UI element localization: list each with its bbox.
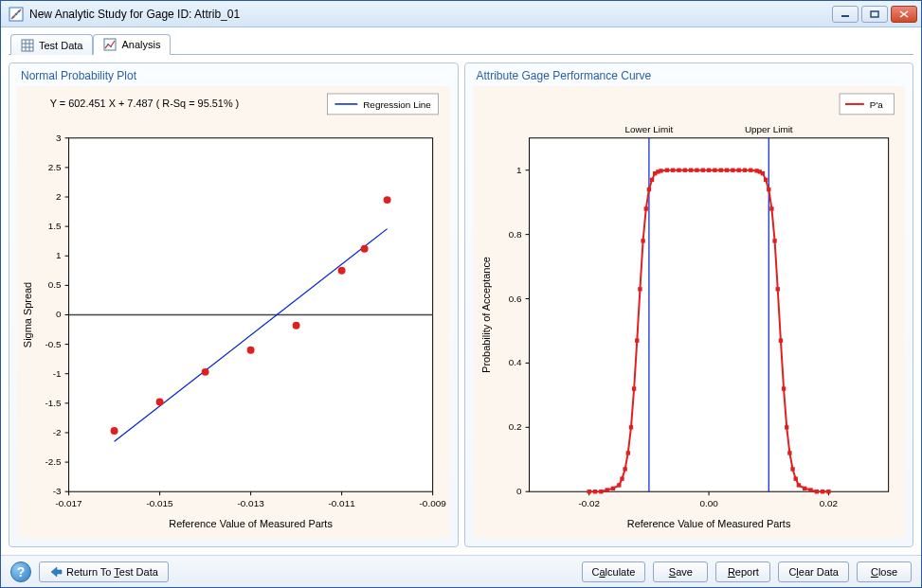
- svg-rect-110: [638, 287, 642, 291]
- svg-point-3: [15, 12, 18, 15]
- svg-rect-137: [767, 187, 770, 191]
- svg-text:-1: -1: [53, 368, 62, 379]
- svg-rect-152: [826, 490, 830, 493]
- clear-data-button[interactable]: Clear Data: [778, 561, 849, 582]
- svg-text:1: 1: [516, 165, 522, 175]
- svg-text:Regression Line: Regression Line: [363, 99, 431, 110]
- svg-rect-100: [599, 490, 603, 493]
- svg-rect-140: [775, 287, 779, 291]
- svg-point-67: [361, 245, 369, 253]
- svg-rect-149: [808, 488, 812, 491]
- svg-text:0.8: 0.8: [508, 229, 521, 240]
- svg-rect-123: [695, 169, 698, 172]
- svg-rect-142: [781, 386, 785, 390]
- tab-strip: Test Data Analysis: [1, 27, 921, 54]
- svg-rect-125: [706, 169, 710, 172]
- svg-rect-150: [814, 490, 818, 493]
- button-label: Return To Test Data: [66, 566, 158, 578]
- svg-text:-0.02: -0.02: [578, 498, 600, 508]
- svg-point-66: [338, 267, 346, 275]
- calculate-button[interactable]: Calculate: [582, 561, 646, 582]
- save-button[interactable]: Save: [653, 561, 708, 582]
- svg-text:-2.5: -2.5: [45, 456, 63, 467]
- svg-rect-151: [820, 490, 823, 493]
- svg-text:-1.5: -1.5: [45, 398, 63, 408]
- svg-rect-113: [646, 187, 650, 191]
- svg-rect-129: [731, 169, 734, 172]
- svg-text:-0.5: -0.5: [45, 339, 63, 349]
- svg-rect-6: [871, 11, 878, 17]
- svg-text:0.6: 0.6: [508, 293, 521, 303]
- svg-rect-99: [592, 490, 596, 493]
- svg-text:-3: -3: [53, 486, 62, 496]
- svg-text:3: 3: [56, 133, 62, 143]
- svg-text:2.5: 2.5: [48, 162, 62, 172]
- svg-text:-0.011: -0.011: [329, 498, 356, 508]
- svg-text:0: 0: [516, 486, 522, 496]
- tab-analysis[interactable]: Analysis: [93, 34, 171, 55]
- panel-title: Normal Probability Plot: [17, 67, 450, 86]
- svg-rect-104: [620, 476, 624, 480]
- button-label: Save: [669, 566, 693, 578]
- svg-rect-130: [736, 169, 740, 172]
- normal-probability-panel: Normal Probability Plot Y = 602.451 X + …: [9, 62, 459, 547]
- svg-rect-14: [104, 39, 116, 50]
- svg-text:-2: -2: [53, 427, 62, 437]
- svg-rect-102: [610, 487, 614, 490]
- svg-rect-131: [742, 169, 746, 172]
- svg-point-68: [384, 196, 391, 204]
- svg-text:Sigma Spread: Sigma Spread: [22, 282, 33, 347]
- window-title: New Analytic Study for Gage ID: Attrib_0…: [29, 8, 832, 21]
- minimize-button[interactable]: [832, 6, 859, 23]
- app-window: New Analytic Study for Gage ID: Attrib_0…: [0, 0, 922, 588]
- svg-text:Reference Value of Measured Pa: Reference Value of Measured Parts: [169, 518, 333, 529]
- close-button[interactable]: Close: [857, 561, 912, 582]
- tab-label: Analysis: [121, 39, 160, 50]
- svg-text:0.4: 0.4: [508, 357, 521, 367]
- svg-text:Lower Limit: Lower Limit: [624, 124, 673, 134]
- close-window-button[interactable]: [891, 6, 917, 23]
- svg-rect-148: [802, 487, 805, 490]
- client-area: Test Data Analysis Normal Probability Pl…: [1, 27, 921, 587]
- svg-rect-101: [605, 488, 608, 491]
- panels-container: Normal Probability Plot Y = 602.451 X + …: [1, 55, 921, 555]
- svg-rect-136: [763, 178, 767, 182]
- svg-rect-117: [659, 169, 662, 172]
- svg-rect-109: [635, 338, 639, 342]
- svg-text:0.2: 0.2: [508, 421, 521, 432]
- svg-text:-0.017: -0.017: [56, 498, 83, 508]
- button-label: Clear Data: [788, 566, 839, 578]
- svg-text:-0.015: -0.015: [147, 498, 174, 508]
- svg-rect-106: [625, 451, 629, 454]
- svg-point-65: [293, 322, 300, 330]
- button-label: Calculate: [592, 566, 636, 578]
- svg-point-16: [110, 45, 112, 47]
- svg-text:Upper Limit: Upper Limit: [744, 124, 792, 134]
- svg-rect-128: [724, 169, 728, 172]
- panel-title: Attribute Gage Performance Curve: [473, 67, 906, 86]
- svg-rect-103: [617, 483, 621, 487]
- report-button[interactable]: Report: [715, 561, 770, 582]
- svg-rect-126: [713, 169, 716, 172]
- svg-rect-127: [718, 169, 722, 172]
- svg-point-2: [12, 15, 15, 18]
- svg-rect-135: [760, 171, 764, 175]
- svg-rect-141: [778, 338, 782, 342]
- arrow-left-icon: [49, 565, 63, 579]
- maximize-button[interactable]: [861, 6, 888, 23]
- svg-rect-144: [787, 451, 791, 454]
- svg-text:1.5: 1.5: [48, 221, 62, 231]
- svg-rect-112: [643, 206, 647, 210]
- tab-test-data[interactable]: Test Data: [10, 34, 93, 55]
- normal-probability-plot: Y = 602.451 X + 7.487 ( R-Sq = 95.51% )R…: [17, 86, 450, 539]
- svg-rect-108: [631, 386, 635, 390]
- help-button[interactable]: ?: [10, 561, 31, 582]
- svg-text:Probability of Acceptance: Probability of Acceptance: [479, 257, 491, 373]
- svg-text:0.5: 0.5: [48, 279, 62, 290]
- titlebar: New Analytic Study for Gage ID: Attrib_0…: [1, 1, 921, 27]
- svg-rect-124: [700, 169, 704, 172]
- svg-rect-147: [796, 483, 800, 487]
- svg-rect-143: [785, 425, 788, 429]
- svg-point-15: [107, 44, 109, 45]
- return-button[interactable]: Return To Test Data: [39, 561, 169, 582]
